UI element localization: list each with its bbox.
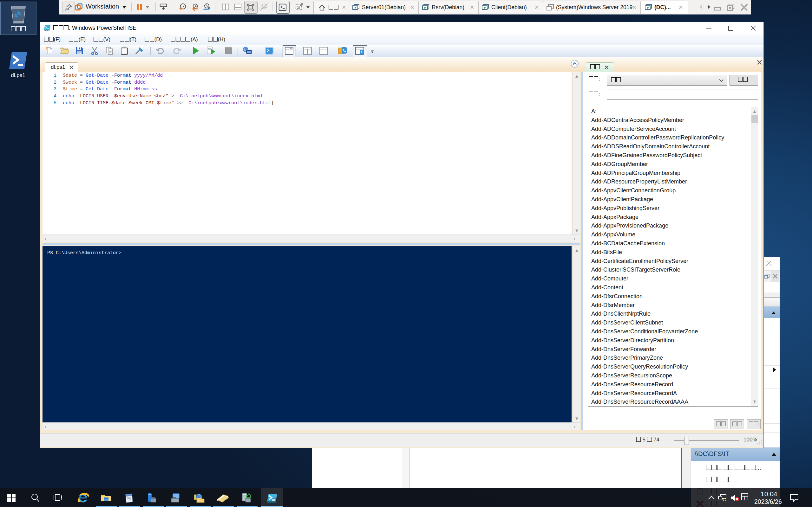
svg-text:%: %	[297, 6, 299, 8]
